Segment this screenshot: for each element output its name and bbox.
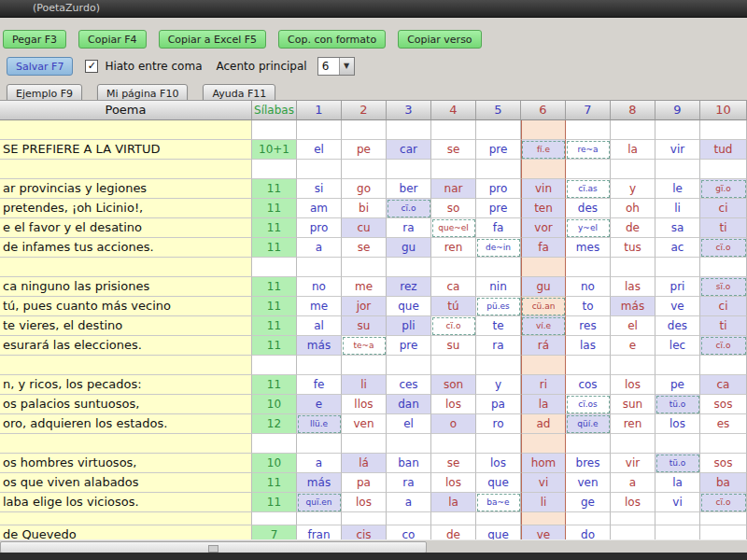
- syllable-cell[interactable]: li: [342, 375, 387, 395]
- syllable-cell[interactable]: ra: [387, 473, 431, 493]
- syllable-cell[interactable]: [431, 120, 476, 140]
- syllable-cell[interactable]: los: [431, 395, 476, 414]
- syllable-cell[interactable]: se: [431, 140, 476, 160]
- syllable-cell[interactable]: cï.o: [431, 316, 476, 336]
- syllable-cell[interactable]: vor: [521, 218, 566, 238]
- syllable-cell[interactable]: cï.as: [566, 179, 611, 199]
- syllable-cell[interactable]: [521, 258, 566, 277]
- syllable-cell[interactable]: ren: [431, 238, 476, 258]
- syllable-cell[interactable]: los: [611, 493, 655, 512]
- syllable-cell[interactable]: que: [476, 473, 521, 493]
- syllable-cell[interactable]: de: [431, 525, 476, 540]
- syllable-cell[interactable]: [387, 120, 431, 140]
- syllable-cell[interactable]: [655, 258, 700, 277]
- poem-text-cell[interactable]: te vieres, el destino: [0, 316, 252, 336]
- syllable-cell[interactable]: los: [655, 414, 700, 434]
- syllable-cell[interactable]: la: [521, 395, 566, 414]
- poem-text-cell[interactable]: os palacios suntuosos,: [0, 395, 252, 414]
- syllable-cell[interactable]: [521, 356, 566, 375]
- silabas-count-cell[interactable]: [252, 434, 297, 454]
- syllable-cell[interactable]: [342, 356, 387, 375]
- silabas-count-cell[interactable]: 11: [252, 218, 297, 238]
- silabas-count-cell[interactable]: 11: [252, 375, 297, 395]
- syllable-cell[interactable]: [611, 525, 655, 540]
- syllable-cell[interactable]: ti: [700, 218, 747, 238]
- silabas-count-cell[interactable]: [252, 356, 297, 375]
- syllable-cell[interactable]: [611, 512, 655, 525]
- syllable-cell[interactable]: sa: [655, 218, 700, 238]
- silabas-count-cell[interactable]: 11: [252, 297, 297, 316]
- syllable-cell[interactable]: [297, 120, 342, 140]
- syllable-cell[interactable]: [700, 356, 747, 375]
- syllable-cell[interactable]: la: [655, 473, 700, 493]
- syllable-cell[interactable]: [566, 258, 611, 277]
- syllable-cell[interactable]: [476, 160, 521, 179]
- syllable-cell[interactable]: cï.o: [700, 238, 747, 258]
- syllable-cell[interactable]: [566, 434, 611, 454]
- syllable-cell[interactable]: pro: [297, 218, 342, 238]
- syllable-cell[interactable]: pa: [342, 473, 387, 493]
- syllable-cell[interactable]: [700, 512, 747, 525]
- syllable-cell[interactable]: li: [521, 493, 566, 512]
- silabas-count-cell[interactable]: 10: [252, 454, 297, 473]
- syllable-cell[interactable]: el: [297, 140, 342, 160]
- poem-text-cell[interactable]: esurará las elecciones.: [0, 336, 252, 356]
- syllable-cell[interactable]: llos: [342, 395, 387, 414]
- syllable-cell[interactable]: [431, 512, 476, 525]
- syllable-cell[interactable]: [655, 120, 700, 140]
- salvar-button[interactable]: Salvar F7: [7, 57, 73, 76]
- poem-text-cell[interactable]: SE PREFIERE A LA VIRTUD: [0, 140, 252, 160]
- syllable-cell[interactable]: su: [431, 336, 476, 356]
- syllable-cell[interactable]: llü.e: [297, 414, 342, 434]
- syllable-cell[interactable]: cï.os: [566, 395, 611, 414]
- syllable-cell[interactable]: [387, 258, 431, 277]
- syllable-cell[interactable]: [521, 160, 566, 179]
- pegar-button[interactable]: Pegar F3: [3, 30, 66, 49]
- syllable-cell[interactable]: [342, 160, 387, 179]
- syllable-cell[interactable]: ve: [521, 525, 566, 540]
- syllable-cell[interactable]: el: [387, 414, 431, 434]
- syllable-cell[interactable]: pe: [655, 375, 700, 395]
- syllable-cell[interactable]: [297, 160, 342, 179]
- syllable-cell[interactable]: jor: [342, 297, 387, 316]
- syllable-cell[interactable]: bres: [566, 454, 611, 473]
- syllable-cell[interactable]: es: [700, 414, 747, 434]
- syllable-cell[interactable]: [566, 120, 611, 140]
- syllable-cell[interactable]: ba~e: [476, 493, 521, 512]
- syllable-cell[interactable]: pü.es: [476, 297, 521, 316]
- syllable-cell[interactable]: e: [297, 395, 342, 414]
- acento-select[interactable]: 6 ▼: [317, 57, 355, 76]
- syllable-cell[interactable]: [342, 434, 387, 454]
- syllable-cell[interactable]: cos: [566, 375, 611, 395]
- syllable-cell[interactable]: fe: [297, 375, 342, 395]
- syllable-cell[interactable]: la: [611, 140, 655, 160]
- syllable-cell[interactable]: so: [431, 199, 476, 218]
- syllable-cell[interactable]: ra: [387, 218, 431, 238]
- syllable-cell[interactable]: tus: [611, 238, 655, 258]
- syllable-cell[interactable]: ti: [700, 316, 747, 336]
- syllable-cell[interactable]: sï.o: [700, 277, 747, 297]
- silabas-count-cell[interactable]: 10+1: [252, 140, 297, 160]
- syllable-cell[interactable]: [655, 160, 700, 179]
- syllable-cell[interactable]: sos: [700, 395, 747, 414]
- syllable-cell[interactable]: [476, 120, 521, 140]
- syllable-cell[interactable]: ad: [521, 414, 566, 434]
- syllable-cell[interactable]: al: [297, 316, 342, 336]
- syllable-cell[interactable]: oh: [611, 199, 655, 218]
- syllable-cell[interactable]: te: [476, 316, 521, 336]
- syllable-cell[interactable]: [611, 120, 655, 140]
- syllable-cell[interactable]: ge: [566, 493, 611, 512]
- syllable-cell[interactable]: [431, 356, 476, 375]
- syllable-cell[interactable]: cü.an: [521, 297, 566, 316]
- silabas-count-cell[interactable]: [252, 120, 297, 140]
- syllable-cell[interactable]: [431, 258, 476, 277]
- syllable-cell[interactable]: pri: [655, 277, 700, 297]
- silabas-count-cell[interactable]: [252, 160, 297, 179]
- poem-text-cell[interactable]: os que viven alabados: [0, 473, 252, 493]
- silabas-count-cell[interactable]: 11: [252, 179, 297, 199]
- syllable-cell[interactable]: rá: [521, 336, 566, 356]
- syllable-cell[interactable]: me: [342, 277, 387, 297]
- syllable-cell[interactable]: tü.o: [655, 395, 700, 414]
- syllable-cell[interactable]: [342, 258, 387, 277]
- syllable-cell[interactable]: co: [387, 525, 431, 540]
